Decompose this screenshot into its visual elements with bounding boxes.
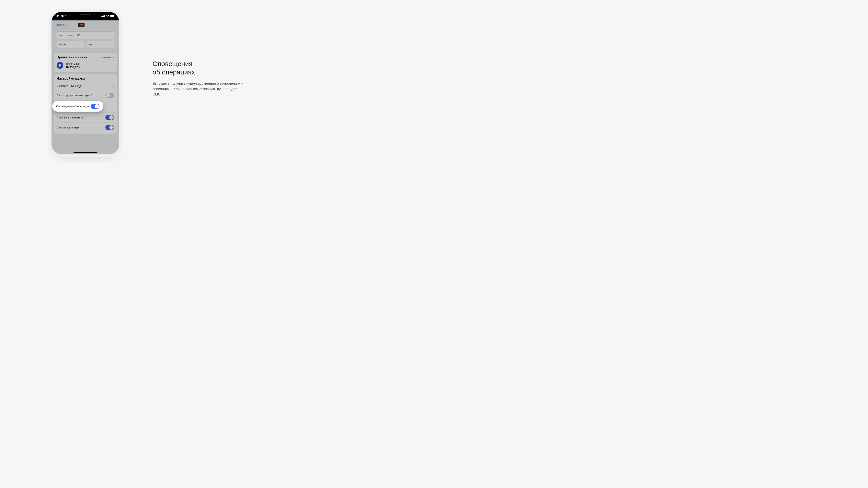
battery-icon bbox=[110, 14, 115, 18]
app-content: Закрыть •••• •••• •••• 5018 •• / •• ••• … bbox=[52, 21, 119, 155]
linked-title: Привязана к счету bbox=[57, 55, 87, 59]
row-label: Оповещения об операциях bbox=[56, 105, 91, 108]
ruble-badge-icon: ₽ bbox=[57, 62, 63, 69]
svg-rect-1 bbox=[102, 16, 103, 17]
callout-title-line2: об операциях bbox=[153, 68, 195, 76]
home-indicator[interactable] bbox=[73, 152, 97, 153]
row-pin-on-pay: ПИН-код при оплате картой bbox=[54, 90, 117, 100]
toggle-cash-withdrawal[interactable] bbox=[105, 125, 114, 130]
nav-bar: Закрыть bbox=[52, 21, 119, 29]
svg-rect-6 bbox=[115, 15, 115, 16]
signal-icon bbox=[101, 14, 105, 18]
wifi-icon bbox=[106, 14, 109, 18]
callout: Оповещения об операциях Вы будете получа… bbox=[153, 60, 245, 97]
svg-rect-0 bbox=[101, 16, 102, 17]
phone-frame: 11:00 Закрыть bbox=[52, 12, 119, 155]
callout-body: Вы будете получать пуш-уведомления о зач… bbox=[153, 81, 245, 97]
location-arrow-icon bbox=[64, 15, 67, 18]
callout-title: Оповещения об операциях bbox=[153, 60, 245, 77]
row-cash-withdrawal: Снятие наличных bbox=[54, 122, 117, 132]
card-thumbnail-icon bbox=[78, 23, 85, 27]
card-settings-card: Настройки карты Изменить ПИН-код › ПИН-к… bbox=[54, 74, 117, 134]
row-tx-notifications: Оповещения об операциях bbox=[52, 101, 103, 111]
account-row[interactable]: ₽ Tinkoff Black 10 957,92 ₽ bbox=[57, 62, 114, 69]
settings-title: Настройки карты bbox=[54, 77, 117, 82]
card-exp-field[interactable]: •• / •• bbox=[56, 41, 84, 48]
svg-rect-2 bbox=[103, 15, 104, 17]
row-label: Покупки в интернете bbox=[57, 116, 83, 119]
toggle-pin-on-pay[interactable] bbox=[105, 93, 114, 98]
svg-rect-3 bbox=[104, 15, 105, 17]
status-time: 11:00 bbox=[57, 14, 64, 18]
callout-title-line1: Оповещения bbox=[153, 60, 192, 67]
card-cvc-field[interactable]: ••• bbox=[86, 41, 115, 48]
close-button[interactable]: Закрыть bbox=[55, 23, 66, 27]
card-requisites-box: •••• •••• •••• 5018 •• / •• ••• bbox=[54, 30, 117, 51]
row-label: ПИН-код при оплате картой bbox=[57, 94, 92, 97]
change-account-button[interactable]: Изменить bbox=[102, 56, 114, 59]
svg-rect-5 bbox=[110, 15, 114, 17]
card-number-field[interactable]: •••• •••• •••• 5018 bbox=[56, 31, 115, 39]
phone-screen: 11:00 Закрыть bbox=[52, 12, 119, 155]
toggle-tx-notifications[interactable] bbox=[91, 104, 99, 109]
account-name: Tinkoff Black bbox=[66, 62, 81, 65]
row-label: Снятие наличных bbox=[57, 126, 79, 129]
account-balance: 10 957,92 ₽ bbox=[66, 66, 81, 69]
chevron-right-icon: › bbox=[113, 84, 114, 88]
linked-account-card: Привязана к счету Изменить ₽ Tinkoff Bla… bbox=[54, 53, 117, 72]
speaker-slot bbox=[80, 14, 91, 15]
row-label: Изменить ПИН-код bbox=[57, 85, 81, 88]
row-tx-notifications-wrap: Оповещения об операциях bbox=[54, 100, 117, 112]
row-change-pin[interactable]: Изменить ПИН-код › bbox=[54, 82, 117, 90]
scroll-area[interactable]: •••• •••• •••• 5018 •• / •• ••• Привязан… bbox=[52, 29, 119, 155]
camera-dot bbox=[93, 13, 95, 15]
row-online-purchases: Покупки в интернете bbox=[54, 112, 117, 122]
toggle-online-purchases[interactable] bbox=[105, 115, 114, 120]
